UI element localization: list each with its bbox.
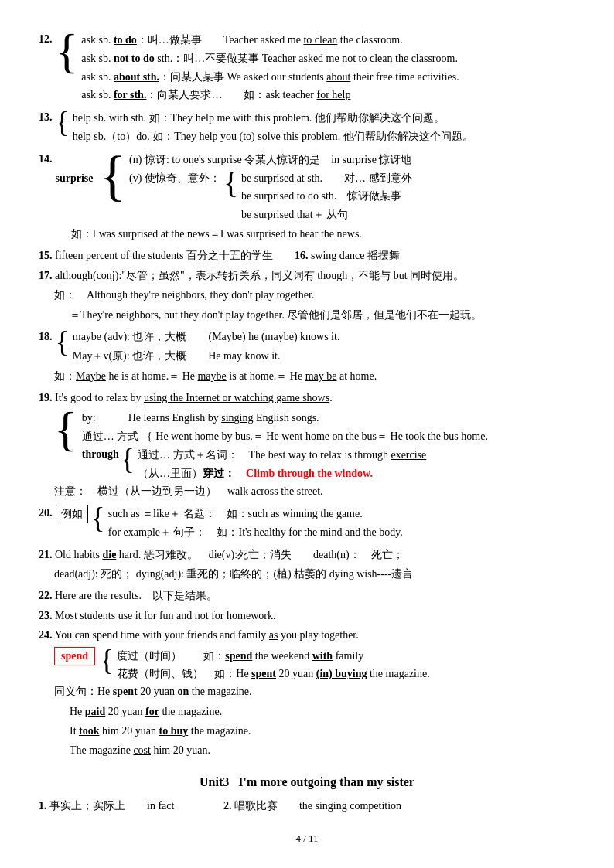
- item-21-num: 21.: [39, 549, 53, 560]
- curly-brace-v: {: [223, 169, 238, 197]
- item-18: 18. { maybe (adv): 也许，大概 (Maybe) he (may…: [39, 328, 575, 385]
- for-underline: for: [145, 706, 159, 717]
- item-12-row1: ask sb. to do：叫…做某事 Teacher asked me to …: [81, 31, 459, 49]
- not-to-clean: not to clean: [342, 53, 392, 64]
- item-13-rows: help sb. with sth. 如：They help me with t…: [73, 109, 473, 146]
- item-18-row2: May＋v(原): 也许，大概 He may know it.: [73, 348, 340, 365]
- item-14: 14. surprise { (n) 惊讶: to one's surprise…: [39, 151, 575, 243]
- spend-row1: 度过（时间） 如：spend the weekend with family: [117, 647, 429, 665]
- item-15-num: 15.: [39, 250, 53, 261]
- item-12-rows: ask sb. to do：叫…做某事 Teacher asked me to …: [81, 31, 459, 104]
- item-19: 19. It's good to relax by using the Inte…: [39, 390, 575, 500]
- item-13-num: 13.: [39, 109, 53, 126]
- by-row: by: He learns English by singing English…: [82, 409, 488, 427]
- item-18-row1: maybe (adv): 也许，大概 (Maybe) he (maybe) kn…: [73, 328, 340, 345]
- for-sth-phrase: for sth.: [114, 89, 147, 100]
- in-underline: (in) buying: [316, 668, 367, 679]
- to-do-phrase: to do: [114, 34, 137, 46]
- with-underline: with: [312, 650, 333, 662]
- bracket-symbol: ｛: [142, 427, 152, 446]
- curly-brace-13: {: [56, 109, 70, 135]
- page-number: 4 / 11: [39, 831, 575, 847]
- curly-brace-through: {: [121, 446, 135, 472]
- surprise-label: [56, 151, 94, 169]
- curly-brace-20: {: [91, 505, 105, 531]
- item-13-row2: help sb.（to）do. 如：They help you (to) sol…: [73, 128, 473, 146]
- item-20-num: 20.: [39, 505, 53, 522]
- spent-underline: spent: [251, 668, 276, 679]
- item-14-content: surprise { (n) 惊讶: to one's surprise 令某人…: [56, 151, 412, 243]
- may-be-underline: may be: [305, 370, 337, 382]
- spend-rows: 度过（时间） 如：spend the weekend with family 花…: [117, 647, 429, 684]
- cross-through: 穿过：: [203, 468, 235, 479]
- item-23: 23. Most students use it for fun and not…: [39, 608, 575, 625]
- item-13-row1: help sb. with sth. 如：They help me with t…: [73, 109, 473, 128]
- item-24-title: 24. You can spend time with your friends…: [39, 627, 575, 644]
- for-help: for help: [317, 89, 351, 100]
- item-24-num: 24.: [39, 629, 53, 641]
- item-22: 22. Here are the results. 以下是结果。: [39, 587, 575, 604]
- item-12: 12. { ask sb. to do：叫…做某事 Teacher asked …: [39, 31, 575, 104]
- surprise-n-row: (n) 惊讶: to one's surprise 令某人惊讶的是 in sur…: [129, 151, 412, 169]
- bus-example: He went home by bus.＝ He went home on th…: [155, 427, 488, 446]
- section-title: Unit3 I'm more outgoing than my sister: [39, 772, 575, 792]
- as-underline: as: [269, 629, 278, 641]
- spent2: spent: [113, 686, 138, 697]
- curly-brace-18: {: [56, 328, 70, 355]
- took-underline: took: [79, 725, 99, 737]
- spend-synonym1: 同义句：He spent 20 yuan on the magazine.: [54, 683, 575, 700]
- item-20-rows: such as ＝like＋ 名题： 如：such as winning the…: [108, 505, 403, 542]
- item-17-num: 17.: [39, 270, 53, 281]
- item-21: 21. Old habits die hard. 恶习难改。 die(v):死亡…: [39, 546, 575, 584]
- curly-brace-19: {: [54, 409, 77, 450]
- item-2-label: 2. 唱歌比赛 the singing competition: [223, 800, 401, 812]
- item-19-underline: using the Internet or watching game show…: [144, 392, 329, 403]
- maybe-be-underline: maybe: [197, 370, 226, 382]
- not-to-do-phrase: not to do: [114, 53, 155, 64]
- through-label: through: [82, 446, 121, 463]
- curly-brace-spend: {: [100, 647, 114, 673]
- item-19-by-rows: by: He learns English by singing English…: [82, 409, 488, 482]
- curly-brace-12: {: [56, 31, 79, 72]
- item-12-num: 12.: [39, 31, 53, 48]
- about-sth-phrase: about sth.: [114, 71, 159, 83]
- item-21-line2: dead(adj): 死的； dying(adj): 垂死的；临终的；(植) 枯…: [54, 566, 575, 583]
- item-12-row4: ask sb. for sth.：向某人要求… 如：ask teacher fo…: [81, 86, 459, 104]
- spend-group: spend { 度过（时间） 如：spend the weekend with …: [54, 647, 575, 684]
- be-surprised-to: be surprised to do sth. 惊讶做某事: [241, 187, 411, 206]
- item-13: 13. { help sb. with sth. 如：They help me …: [39, 109, 575, 146]
- spend-underline: spend: [225, 650, 252, 662]
- to-buy-underline: to buy: [159, 725, 189, 737]
- spend-row2: 花费（时间、钱） 如：He spent 20 yuan (in) buying …: [117, 665, 429, 683]
- spend-synonym4: The magazine cost him 20 yuan.: [70, 742, 575, 759]
- to-clean-1: to clean: [303, 34, 337, 46]
- item-22-num: 22.: [39, 590, 53, 601]
- item-19-title: 19. It's good to relax by using the Inte…: [39, 390, 575, 407]
- item-18-num: 18.: [39, 328, 53, 345]
- item-21-line: 21. Old habits die hard. 恶习难改。 die(v):死亡…: [39, 546, 575, 563]
- exercise-underline: exercise: [391, 449, 426, 461]
- spend-synonym3: It took him 20 yuan to buy the magazine.: [70, 723, 575, 740]
- on-underline: on: [177, 686, 189, 697]
- item-17: 17. although(conj):"尽管；虽然"，表示转折关系，同义词有 t…: [39, 267, 575, 324]
- such-as-row: such as ＝like＋ 名题： 如：such as winning the…: [108, 505, 403, 523]
- item-23-num: 23.: [39, 610, 53, 621]
- item-12-row2: ask sb. not to do sth.：叫…不要做某事 Teacher a…: [81, 49, 459, 68]
- item-1-label: 1. 事实上；实际上 in fact: [39, 800, 174, 812]
- through-row2: （从…里面）穿过： Climb through the window.: [138, 465, 426, 483]
- item-19-by-group: { by: He learns English by singing Engli…: [54, 409, 575, 482]
- item-20: 20. 例如 { such as ＝like＋ 名题： 如：such as wi…: [39, 505, 575, 542]
- surprise-word: surprise: [56, 169, 94, 188]
- surprise-example: 如：I was surprised at the news＝I was surp…: [71, 226, 412, 243]
- paid-underline: paid: [85, 706, 105, 717]
- singing-underline: singing: [221, 412, 253, 424]
- about-word: about: [326, 71, 350, 83]
- surprise-v-label: (v) 使惊奇、意外：: [129, 169, 220, 188]
- example-box: 例如: [56, 505, 88, 523]
- surprise-space: [56, 187, 94, 206]
- spend-synonym2: He paid 20 yuan for the magazine.: [70, 703, 575, 720]
- spend-box: spend: [54, 647, 95, 665]
- bottom-items: 1. 事实上；实际上 in fact 2. 唱歌比赛 the singing c…: [39, 798, 575, 815]
- maybe-underline: Maybe: [76, 370, 106, 382]
- item-17-example2: ＝They're neighbors, but they don't play …: [70, 307, 575, 324]
